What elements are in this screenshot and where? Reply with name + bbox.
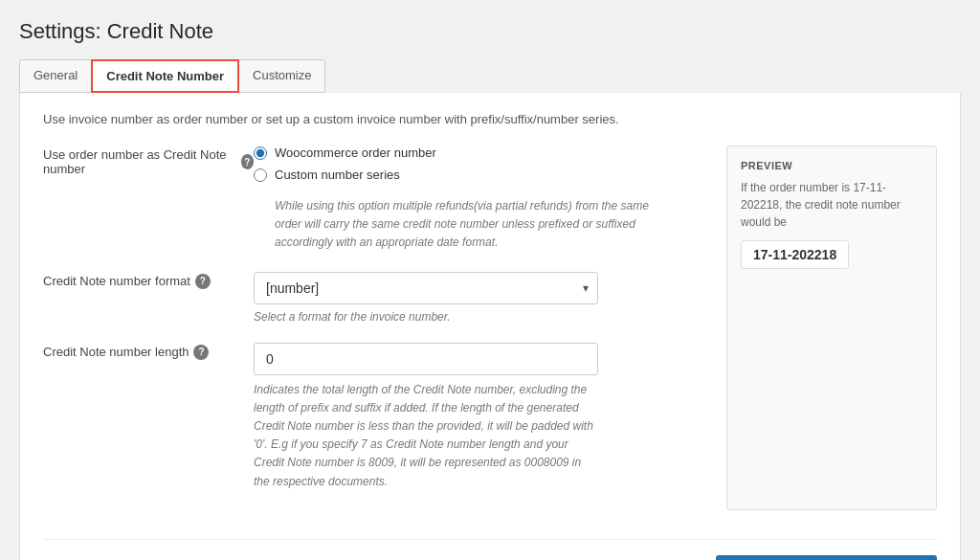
format-row: Credit Note number format ? [number] ▾ S… [43,272,707,324]
radio-custom-input[interactable] [254,168,267,182]
description-text: Use invoice number as order number or se… [43,112,713,126]
page-title: Settings: Credit Note [19,19,961,44]
length-hint: Indicates the total length of the Credit… [254,381,598,491]
preview-description: If the order number is 17-11-202218, the… [741,179,923,231]
radio-woocommerce-label: Woocommerce order number [275,146,436,160]
length-input[interactable] [254,343,598,375]
tabs-container: General Credit Note Number Customize [19,59,961,93]
preview-box: PREVIEW If the order number is 17-11-202… [726,146,937,510]
tab-general[interactable]: General [19,59,92,93]
order-number-label: Use order number as Credit Note number ? [43,146,254,176]
length-row: Credit Note number length ? Indicates th… [43,343,707,491]
footer: Save Credit Note number settings [43,539,937,560]
save-button[interactable]: Save Credit Note number settings [716,555,937,560]
radio-custom[interactable]: Custom number series [254,168,707,182]
tab-credit-note-number[interactable]: Credit Note Number [91,59,239,93]
order-number-row: Use order number as Credit Note number ?… [43,146,707,253]
format-select-wrapper: [number] ▾ [254,272,598,304]
format-label: Credit Note number format ? [43,272,254,289]
length-help-icon[interactable]: ? [193,345,209,360]
tab-customize[interactable]: Customize [238,59,325,93]
format-select[interactable]: [number] [254,272,598,304]
format-hint: Select a format for the invoice number. [254,310,707,324]
format-help-icon[interactable]: ? [195,274,211,289]
settings-card: Use invoice number as order number or se… [19,93,961,560]
length-control: Indicates the total length of the Credit… [254,343,707,491]
format-control: [number] ▾ Select a format for the invoi… [254,272,707,324]
main-content: Use order number as Credit Note number ?… [43,146,707,510]
length-label: Credit Note number length ? [43,343,254,360]
custom-series-hint: While using this option multiple refunds… [275,197,677,253]
preview-number: 17-11-202218 [741,240,849,269]
radio-woocommerce-input[interactable] [254,146,267,160]
radio-custom-label: Custom number series [275,168,400,182]
order-number-help-icon[interactable]: ? [241,154,254,169]
radio-woocommerce[interactable]: Woocommerce order number [254,146,707,160]
preview-label: PREVIEW [741,160,923,171]
order-number-options: Woocommerce order number Custom number s… [254,146,707,253]
